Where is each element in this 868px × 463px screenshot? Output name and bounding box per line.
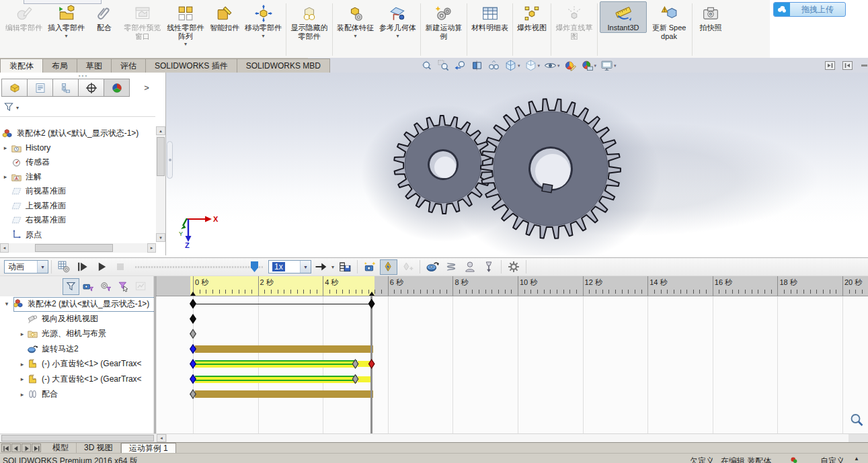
spring-button[interactable]	[442, 259, 460, 275]
panel-tab-configurationmanager[interactable]	[52, 79, 79, 97]
play-from-start-button[interactable]	[74, 259, 91, 275]
chevron-down-icon[interactable]: ▾	[538, 63, 541, 69]
ribbon-button-show-hidden[interactable]: 显示隐藏的零部件	[288, 1, 330, 41]
panel-gripper[interactable]: •••	[70, 74, 97, 77]
play-button[interactable]	[93, 259, 110, 275]
scrollbar-thumb[interactable]	[157, 137, 165, 176]
ribbon-button-take-snapshot[interactable]: 拍快照	[695, 1, 727, 33]
tree-item-前视基准面[interactable]: 前视基准面	[0, 184, 155, 199]
chevron-down-icon[interactable]: ▾	[354, 33, 356, 39]
tab-SOLIDWORKS 插件[interactable]: SOLIDWORKS 插件	[145, 58, 237, 73]
timeline-key-black[interactable]	[190, 314, 196, 324]
collapse-arrow-icon[interactable]: ▾	[1, 300, 12, 307]
scroll-right-icon[interactable]: ▸	[147, 243, 156, 253]
ribbon-button-reference-geometry[interactable]: 参考几何体▾	[377, 1, 418, 40]
motion-tree-item-配合[interactable]: ▸配合	[0, 386, 155, 401]
filter-funnel-icon[interactable]	[3, 101, 15, 116]
tree-item-传感器[interactable]: 传感器	[0, 155, 155, 170]
timebar-slider[interactable]	[135, 261, 263, 273]
dynamic-annotation-views-icon[interactable]	[485, 59, 502, 72]
chevron-down-icon[interactable]: ▾	[557, 63, 560, 69]
previous-view-icon[interactable]	[452, 59, 469, 72]
gears-model[interactable]	[166, 73, 868, 255]
timebar-marker-icon[interactable]	[190, 292, 196, 296]
timeline-scroll-left-icon[interactable]: ◂	[157, 434, 166, 442]
chevron-down-icon[interactable]: ▾	[262, 33, 264, 39]
custom-label[interactable]: 自定义	[820, 456, 844, 463]
ribbon-button-assembly-features[interactable]: 装配体特征▾	[335, 1, 376, 40]
ribbon-button-exploded-view[interactable]: 爆炸视图	[515, 1, 549, 33]
tree-pane-scroll-thumb[interactable]	[1, 435, 154, 441]
panel-splitter-handle[interactable]	[167, 141, 173, 179]
nav-first-icon[interactable]	[1, 444, 11, 452]
status-expand-arrow-icon[interactable]: ▲	[854, 456, 859, 462]
filter-driving-button[interactable]	[97, 278, 114, 295]
playback-mode-button[interactable]	[312, 259, 329, 275]
study-type-select[interactable]: 动画▼	[4, 260, 48, 273]
tree-item-注解[interactable]: ▸注解	[0, 170, 155, 185]
filter-animated-button[interactable]	[80, 278, 97, 295]
ribbon-button-move-component[interactable]: 移动零部件▾	[243, 1, 284, 40]
filter-all-button[interactable]	[63, 278, 79, 295]
hide-show-items-icon[interactable]: ▾	[542, 59, 562, 72]
expand-arrow-icon[interactable]: ▸	[0, 173, 11, 180]
gravity-button[interactable]	[480, 259, 498, 275]
chevron-down-icon[interactable]: ▼	[300, 261, 311, 273]
tab-布局[interactable]: 布局	[42, 58, 77, 73]
panel-tab-propertymanager[interactable]	[27, 79, 53, 97]
tree-vertical-scrollbar[interactable]: ▴▾	[156, 126, 165, 242]
motion-study-properties-button[interactable]	[505, 259, 522, 275]
scroll-up-icon[interactable]: ▴	[156, 126, 165, 135]
expand-arrow-icon[interactable]: ▸	[17, 331, 27, 337]
animation-wizard-button[interactable]	[361, 259, 379, 275]
chevron-down-icon[interactable]: ▾	[331, 264, 334, 270]
ribbon-button-insert-component[interactable]: 插入零部件▾	[46, 1, 87, 40]
chevron-down-icon[interactable]: ▼	[37, 261, 48, 273]
motion-splitter[interactable]	[154, 276, 156, 434]
chevron-down-icon[interactable]: ▾	[518, 63, 520, 69]
timeline-key-black[interactable]	[190, 299, 196, 309]
tree-horizontal-scrollbar[interactable]: ◂▸	[0, 243, 156, 253]
tree-item-原点[interactable]: 原点	[0, 228, 155, 243]
ribbon-button-smart-fasteners[interactable]: 智能扣件	[208, 1, 241, 33]
timeline-key-black[interactable]	[368, 299, 375, 309]
slider-thumb[interactable]	[251, 261, 258, 272]
timeline-key-gray[interactable]	[190, 329, 196, 339]
apply-scene-icon[interactable]: ▾	[579, 59, 599, 72]
ribbon-button-linear-pattern[interactable]: 线性零部件阵列▾	[165, 1, 206, 48]
expand-arrow-icon[interactable]: ▸	[17, 376, 27, 382]
panel-tab-displaymanager[interactable]	[104, 79, 130, 97]
expand-arrow-icon[interactable]: ▸	[17, 391, 27, 398]
doc-tab-模型[interactable]: 模型	[45, 443, 77, 453]
save-animation-button[interactable]	[336, 259, 354, 275]
drag-upload-button[interactable]: 拖拽上传	[773, 2, 846, 17]
scroll-down-icon[interactable]: ▾	[156, 233, 165, 242]
doc-tab-3D 视图[interactable]: 3D 视图	[77, 443, 121, 453]
calculate-button[interactable]	[55, 259, 73, 275]
tab-草图[interactable]: 草图	[77, 58, 112, 73]
doc-tab-运动算例 1[interactable]: 运动算例 1	[121, 443, 176, 454]
chevron-down-icon[interactable]: ▾	[396, 33, 399, 39]
panel-tab-featuremanager-design-tree[interactable]	[1, 79, 28, 97]
chevron-down-icon[interactable]: ▾	[614, 63, 617, 69]
chevron-down-icon[interactable]: ▾	[16, 105, 19, 111]
graphics-viewport[interactable]: XYZ	[166, 73, 868, 255]
chevron-down-icon[interactable]: ▾	[184, 41, 187, 47]
motion-tree-item-视向及相机视图[interactable]: 视向及相机视图	[0, 311, 155, 326]
motion-tree-item-(-) 大直齿轮<1> (GearTrax<[interactable]: ▸(-) 大直齿轮<1> (GearTrax<	[0, 372, 155, 386]
collapse-right-icon[interactable]	[842, 60, 853, 71]
view-settings-icon[interactable]: ▾	[598, 59, 619, 72]
auto-key-button[interactable]	[380, 259, 397, 275]
scrollbar-thumb[interactable]	[35, 244, 113, 252]
motion-tree-item-旋转马达2[interactable]: 旋转马达2	[0, 341, 155, 356]
edit-appearance-icon[interactable]	[562, 59, 579, 72]
motion-tree-item-光源、相机与布景[interactable]: ▸光源、相机与布景	[0, 327, 155, 341]
scroll-left-icon[interactable]: ◂	[0, 243, 9, 253]
tab-SOLIDWORKS MBD[interactable]: SOLIDWORKS MBD	[237, 58, 330, 73]
expand-arrow-icon[interactable]: ▸	[0, 144, 11, 151]
chevron-down-icon[interactable]: ▾	[65, 33, 67, 39]
ribbon-button-mate[interactable]: 配合	[88, 1, 120, 33]
nav-next-icon[interactable]	[22, 444, 31, 452]
tree-item-上视基准面[interactable]: 上视基准面	[0, 199, 155, 214]
tab-评估[interactable]: 评估	[111, 58, 146, 73]
